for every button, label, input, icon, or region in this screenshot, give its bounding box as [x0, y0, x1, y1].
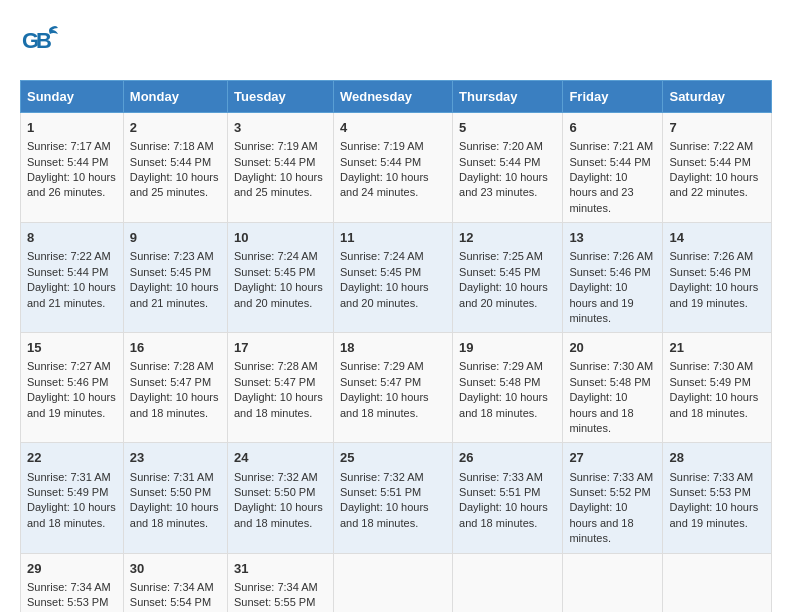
- calendar-cell: 5Sunrise: 7:20 AMSunset: 5:44 PMDaylight…: [453, 113, 563, 223]
- day-number: 4: [340, 119, 446, 137]
- sunset-text: Sunset: 5:50 PM: [234, 486, 315, 498]
- daylight-text: Daylight: 10 hours and 18 minutes.: [459, 501, 548, 528]
- sunset-text: Sunset: 5:45 PM: [130, 266, 211, 278]
- calendar-cell: 6Sunrise: 7:21 AMSunset: 5:44 PMDaylight…: [563, 113, 663, 223]
- sunrise-text: Sunrise: 7:26 AM: [569, 250, 653, 262]
- day-number: 21: [669, 339, 765, 357]
- day-number: 24: [234, 449, 327, 467]
- calendar-cell: 16Sunrise: 7:28 AMSunset: 5:47 PMDayligh…: [123, 333, 227, 443]
- header-thursday: Thursday: [453, 81, 563, 113]
- sunrise-text: Sunrise: 7:34 AM: [27, 581, 111, 593]
- daylight-text: Daylight: 10 hours and 18 minutes.: [569, 391, 633, 434]
- day-number: 22: [27, 449, 117, 467]
- calendar-cell: 1Sunrise: 7:17 AMSunset: 5:44 PMDaylight…: [21, 113, 124, 223]
- sunset-text: Sunset: 5:53 PM: [669, 486, 750, 498]
- sunset-text: Sunset: 5:55 PM: [234, 596, 315, 608]
- daylight-text: Daylight: 10 hours and 18 minutes.: [340, 391, 429, 418]
- day-number: 31: [234, 560, 327, 578]
- daylight-text: Daylight: 10 hours and 18 minutes.: [669, 391, 758, 418]
- day-number: 6: [569, 119, 656, 137]
- calendar-cell: 11Sunrise: 7:24 AMSunset: 5:45 PMDayligh…: [333, 223, 452, 333]
- calendar-week-row: 1Sunrise: 7:17 AMSunset: 5:44 PMDaylight…: [21, 113, 772, 223]
- day-number: 26: [459, 449, 556, 467]
- daylight-text: Daylight: 10 hours and 19 minutes.: [569, 281, 633, 324]
- header-saturday: Saturday: [663, 81, 772, 113]
- calendar-cell: 9Sunrise: 7:23 AMSunset: 5:45 PMDaylight…: [123, 223, 227, 333]
- daylight-text: Daylight: 10 hours and 21 minutes.: [27, 281, 116, 308]
- day-number: 9: [130, 229, 221, 247]
- day-number: 14: [669, 229, 765, 247]
- sunset-text: Sunset: 5:44 PM: [669, 156, 750, 168]
- calendar-cell: 14Sunrise: 7:26 AMSunset: 5:46 PMDayligh…: [663, 223, 772, 333]
- day-number: 16: [130, 339, 221, 357]
- day-number: 28: [669, 449, 765, 467]
- calendar-week-row: 29Sunrise: 7:34 AMSunset: 5:53 PMDayligh…: [21, 553, 772, 612]
- calendar-cell: 8Sunrise: 7:22 AMSunset: 5:44 PMDaylight…: [21, 223, 124, 333]
- calendar-cell: 13Sunrise: 7:26 AMSunset: 5:46 PMDayligh…: [563, 223, 663, 333]
- calendar-cell: 10Sunrise: 7:24 AMSunset: 5:45 PMDayligh…: [228, 223, 334, 333]
- sunset-text: Sunset: 5:51 PM: [459, 486, 540, 498]
- calendar-week-row: 8Sunrise: 7:22 AMSunset: 5:44 PMDaylight…: [21, 223, 772, 333]
- day-number: 1: [27, 119, 117, 137]
- sunrise-text: Sunrise: 7:28 AM: [234, 360, 318, 372]
- sunset-text: Sunset: 5:51 PM: [340, 486, 421, 498]
- daylight-text: Daylight: 10 hours and 18 minutes.: [27, 501, 116, 528]
- header-sunday: Sunday: [21, 81, 124, 113]
- calendar-cell: 18Sunrise: 7:29 AMSunset: 5:47 PMDayligh…: [333, 333, 452, 443]
- daylight-text: Daylight: 10 hours and 19 minutes.: [669, 501, 758, 528]
- sunrise-text: Sunrise: 7:24 AM: [234, 250, 318, 262]
- calendar-table: SundayMondayTuesdayWednesdayThursdayFrid…: [20, 80, 772, 612]
- sunset-text: Sunset: 5:45 PM: [459, 266, 540, 278]
- day-number: 12: [459, 229, 556, 247]
- sunset-text: Sunset: 5:46 PM: [669, 266, 750, 278]
- sunrise-text: Sunrise: 7:21 AM: [569, 140, 653, 152]
- sunrise-text: Sunrise: 7:29 AM: [459, 360, 543, 372]
- calendar-cell: 15Sunrise: 7:27 AMSunset: 5:46 PMDayligh…: [21, 333, 124, 443]
- sunrise-text: Sunrise: 7:32 AM: [234, 471, 318, 483]
- calendar-cell: 4Sunrise: 7:19 AMSunset: 5:44 PMDaylight…: [333, 113, 452, 223]
- sunset-text: Sunset: 5:44 PM: [459, 156, 540, 168]
- calendar-cell: 25Sunrise: 7:32 AMSunset: 5:51 PMDayligh…: [333, 443, 452, 553]
- logo: G B: [20, 20, 64, 64]
- daylight-text: Daylight: 10 hours and 21 minutes.: [130, 281, 219, 308]
- sunrise-text: Sunrise: 7:26 AM: [669, 250, 753, 262]
- logo-icon: G B: [20, 20, 60, 60]
- calendar-header-row: SundayMondayTuesdayWednesdayThursdayFrid…: [21, 81, 772, 113]
- calendar-cell: 30Sunrise: 7:34 AMSunset: 5:54 PMDayligh…: [123, 553, 227, 612]
- calendar-week-row: 15Sunrise: 7:27 AMSunset: 5:46 PMDayligh…: [21, 333, 772, 443]
- sunrise-text: Sunrise: 7:27 AM: [27, 360, 111, 372]
- day-number: 17: [234, 339, 327, 357]
- calendar-cell: 19Sunrise: 7:29 AMSunset: 5:48 PMDayligh…: [453, 333, 563, 443]
- header-wednesday: Wednesday: [333, 81, 452, 113]
- day-number: 2: [130, 119, 221, 137]
- sunset-text: Sunset: 5:46 PM: [569, 266, 650, 278]
- daylight-text: Daylight: 10 hours and 22 minutes.: [669, 171, 758, 198]
- calendar-cell: 2Sunrise: 7:18 AMSunset: 5:44 PMDaylight…: [123, 113, 227, 223]
- sunrise-text: Sunrise: 7:24 AM: [340, 250, 424, 262]
- sunset-text: Sunset: 5:46 PM: [27, 376, 108, 388]
- sunrise-text: Sunrise: 7:29 AM: [340, 360, 424, 372]
- sunset-text: Sunset: 5:48 PM: [459, 376, 540, 388]
- sunset-text: Sunset: 5:44 PM: [130, 156, 211, 168]
- sunset-text: Sunset: 5:49 PM: [669, 376, 750, 388]
- calendar-cell: [563, 553, 663, 612]
- sunset-text: Sunset: 5:50 PM: [130, 486, 211, 498]
- daylight-text: Daylight: 10 hours and 23 minutes.: [569, 171, 633, 214]
- sunrise-text: Sunrise: 7:28 AM: [130, 360, 214, 372]
- day-number: 15: [27, 339, 117, 357]
- daylight-text: Daylight: 10 hours and 25 minutes.: [234, 171, 323, 198]
- daylight-text: Daylight: 10 hours and 18 minutes.: [569, 501, 633, 544]
- day-number: 19: [459, 339, 556, 357]
- day-number: 20: [569, 339, 656, 357]
- calendar-cell: 21Sunrise: 7:30 AMSunset: 5:49 PMDayligh…: [663, 333, 772, 443]
- header-monday: Monday: [123, 81, 227, 113]
- sunrise-text: Sunrise: 7:19 AM: [340, 140, 424, 152]
- sunrise-text: Sunrise: 7:33 AM: [569, 471, 653, 483]
- sunset-text: Sunset: 5:48 PM: [569, 376, 650, 388]
- sunrise-text: Sunrise: 7:20 AM: [459, 140, 543, 152]
- daylight-text: Daylight: 10 hours and 18 minutes.: [340, 501, 429, 528]
- sunset-text: Sunset: 5:54 PM: [130, 596, 211, 608]
- sunset-text: Sunset: 5:45 PM: [340, 266, 421, 278]
- sunrise-text: Sunrise: 7:22 AM: [27, 250, 111, 262]
- page-header: G B: [20, 20, 772, 64]
